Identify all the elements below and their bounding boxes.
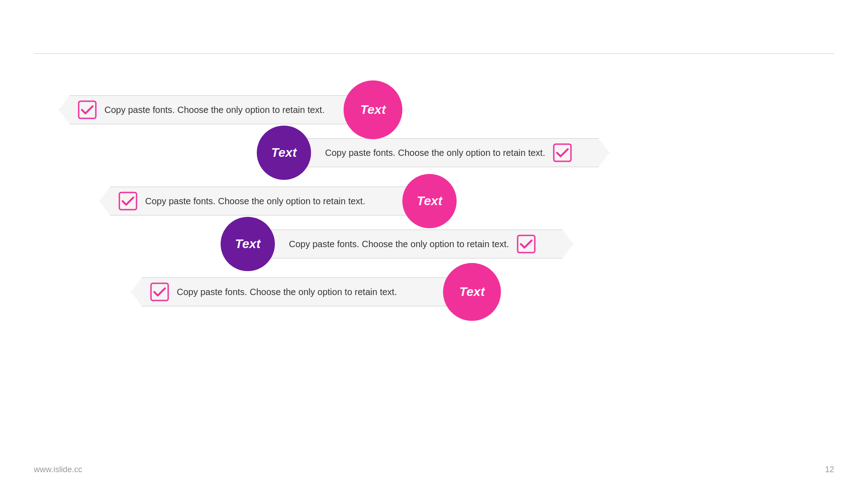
circle-text-2: Text <box>271 145 297 160</box>
banner-5: Copy paste fonts. Choose the only option… <box>131 277 448 306</box>
checkbox-icon-2 <box>552 143 572 163</box>
circle-badge-3: Text <box>402 174 457 228</box>
circle-text-5: Text <box>459 285 485 299</box>
circle-badge-4: Text <box>221 217 275 271</box>
checkbox-icon-3 <box>118 191 138 211</box>
circle-text-4: Text <box>235 237 261 251</box>
banner-1: Copy paste fonts. Choose the only option… <box>59 95 348 124</box>
circle-badge-5: Text <box>443 263 501 321</box>
page-number: 12 <box>825 465 834 474</box>
banner-text-4: Copy paste fonts. Choose the only option… <box>289 239 509 249</box>
banner-2: Copy paste fonts. Choose the only option… <box>302 138 609 167</box>
checkbox-icon-1 <box>77 100 97 120</box>
banner-text-1: Copy paste fonts. Choose the only option… <box>104 105 325 115</box>
banner-text-5: Copy paste fonts. Choose the only option… <box>177 287 397 297</box>
watermark: www.islide.cc <box>34 465 82 474</box>
banner-text-2: Copy paste fonts. Choose the only option… <box>325 148 545 158</box>
banner-3: Copy paste fonts. Choose the only option… <box>99 187 407 216</box>
circle-badge-2: Text <box>257 126 311 180</box>
top-divider <box>34 53 834 54</box>
row-1: Copy paste fonts. Choose the only option… <box>59 80 407 139</box>
banner-4: Copy paste fonts. Choose the only option… <box>266 230 573 258</box>
circle-text-1: Text <box>360 103 386 117</box>
bottom-bar: www.islide.cc 12 <box>34 465 834 474</box>
circle-badge-1: Text <box>344 80 402 139</box>
row-5: Copy paste fonts. Choose the only option… <box>131 263 505 321</box>
checkbox-icon-4 <box>516 234 536 254</box>
checkbox-icon-5 <box>150 282 170 302</box>
row-2: Text Copy paste fonts. Choose the only o… <box>252 126 609 180</box>
banner-text-3: Copy paste fonts. Choose the only option… <box>145 196 365 206</box>
circle-text-3: Text <box>417 194 443 208</box>
